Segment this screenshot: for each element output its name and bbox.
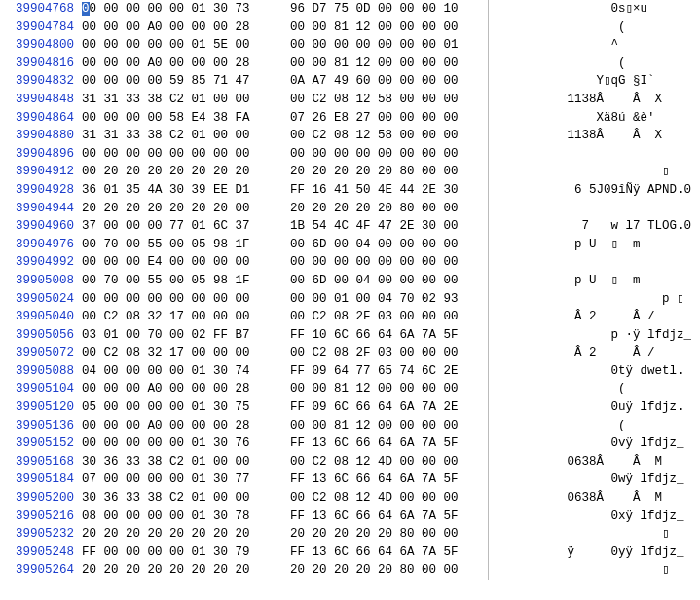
ascii-dump[interactable]: 6 5J09îÑÿ APND.0	[497, 181, 691, 200]
hex-bytes-left[interactable]: 00 00 00 00 00 01 5E 00	[80, 36, 273, 55]
hex-row[interactable]: 3990520030 36 33 38 C2 01 00 0000 C2 08 …	[0, 489, 700, 507]
ascii-dump[interactable]: (	[497, 380, 691, 398]
hex-bytes-right[interactable]: 00 00 00 00 00 00 00 00	[290, 253, 483, 272]
hex-row[interactable]: 3990488031 31 33 38 C2 01 00 0000 C2 08 …	[0, 127, 700, 145]
hex-bytes-left[interactable]: 00 00 00 00 00 01 30 73	[80, 0, 273, 19]
hex-row[interactable]: 3990497600 70 00 55 00 05 98 1F00 6D 00 …	[0, 236, 700, 254]
ascii-dump[interactable]: (	[497, 55, 691, 73]
hex-bytes-right[interactable]: FF 13 6C 66 64 6A 7A 5F	[290, 544, 483, 562]
hex-row[interactable]: 3990486400 00 00 00 58 E4 38 FA07 26 E8 …	[0, 109, 700, 128]
hex-bytes-right[interactable]: 00 00 00 00 00 00 00 01	[290, 36, 483, 55]
hex-bytes-right[interactable]: 00 00 00 00 00 00 00 00	[290, 145, 483, 164]
hex-bytes-right[interactable]: 00 C2 08 2F 03 00 00 00	[290, 344, 483, 362]
hex-bytes-left[interactable]: 00 00 00 00 59 85 71 47	[80, 72, 273, 91]
hex-row[interactable]: 3990494420 20 20 20 20 20 20 0020 20 20 …	[0, 200, 700, 218]
hex-bytes-right[interactable]: 00 00 01 00 04 70 02 93	[290, 290, 483, 309]
hex-bytes-left[interactable]: 31 31 33 38 C2 01 00 00	[80, 91, 273, 109]
hex-bytes-right[interactable]: 00 C2 08 12 58 00 00 00	[290, 127, 483, 145]
hex-bytes-left[interactable]: 00 70 00 55 00 05 98 1F	[80, 236, 273, 254]
ascii-dump[interactable]: (	[497, 19, 691, 37]
hex-bytes-left[interactable]: 00 00 00 A0 00 00 00 28	[80, 417, 273, 435]
hex-row[interactable]: 3990489600 00 00 00 00 00 00 0000 00 00 …	[0, 145, 700, 164]
ascii-dump[interactable]: 7 w l7 TLOG.0	[497, 217, 691, 236]
hex-row[interactable]: 3990483200 00 00 00 59 85 71 470A A7 49 …	[0, 72, 700, 91]
hex-row[interactable]: 3990516830 36 33 38 C2 01 00 0000 C2 08 …	[0, 453, 700, 471]
ascii-dump[interactable]	[497, 200, 691, 218]
hex-bytes-left[interactable]: 30 36 33 38 C2 01 00 00	[80, 489, 273, 507]
ascii-dump[interactable]: ▯	[497, 163, 691, 181]
hex-bytes-left[interactable]: 00 00 00 00 00 01 30 76	[80, 434, 273, 453]
hex-row[interactable]: 3990513600 00 00 A0 00 00 00 2800 00 81 …	[0, 417, 700, 435]
ascii-dump[interactable]: ÿ 0yÿ lfdjz_	[497, 544, 691, 562]
hex-bytes-right[interactable]: 00 6D 00 04 00 00 00 00	[290, 272, 483, 290]
ascii-dump[interactable]: p ·ÿ lfdjz_	[497, 326, 691, 345]
ascii-dump[interactable]: 0uÿ lfdjz.	[497, 398, 691, 417]
ascii-dump[interactable]: p ▯	[497, 290, 691, 309]
hex-bytes-left[interactable]: 03 01 00 70 00 02 FF B7	[80, 326, 273, 345]
hex-bytes-left[interactable]: FF 00 00 00 00 01 30 79	[80, 544, 273, 562]
hex-bytes-left[interactable]: 00 00 00 00 58 E4 38 FA	[80, 109, 273, 128]
hex-bytes-left[interactable]: 20 20 20 20 20 20 20 20	[80, 525, 273, 544]
ascii-dump[interactable]: 0wÿ lfdjz_	[497, 470, 691, 489]
hex-row[interactable]: 3990505603 01 00 70 00 02 FF B7FF 10 6C …	[0, 326, 700, 345]
hex-bytes-left[interactable]: 00 C2 08 32 17 00 00 00	[80, 344, 273, 362]
ascii-dump[interactable]: Y▯qG §I`	[497, 72, 691, 91]
hex-bytes-right[interactable]: FF 13 6C 66 64 6A 7A 5F	[290, 470, 483, 489]
ascii-dump[interactable]: (	[497, 417, 691, 435]
ascii-dump[interactable]: ▯	[497, 525, 691, 544]
hex-bytes-right[interactable]: 0A A7 49 60 00 00 00 00	[290, 72, 483, 91]
hex-bytes-right[interactable]: 00 00 81 12 00 00 00 00	[290, 417, 483, 435]
hex-row[interactable]: 3990526420 20 20 20 20 20 20 2020 20 20 …	[0, 561, 700, 580]
ascii-dump[interactable]: Â 2 Â /	[497, 308, 691, 326]
ascii-dump[interactable]: p U ▯ m	[497, 236, 691, 254]
hex-row[interactable]: 3990481600 00 00 A0 00 00 00 2800 00 81 …	[0, 55, 700, 73]
hex-bytes-right[interactable]: 00 00 81 12 00 00 00 00	[290, 380, 483, 398]
hex-bytes-right[interactable]: 96 D7 75 0D 00 00 00 10	[290, 0, 483, 19]
ascii-dump[interactable]	[497, 253, 691, 272]
hex-row[interactable]: 3990478400 00 00 A0 00 00 00 2800 00 81 …	[0, 19, 700, 37]
ascii-dump[interactable]: p U ▯ m	[497, 272, 691, 290]
hex-row[interactable]: 3990512005 00 00 00 00 01 30 75FF 09 6C …	[0, 398, 700, 417]
hex-bytes-right[interactable]: FF 16 41 50 4E 44 2E 30	[290, 181, 483, 200]
ascii-dump[interactable]: ▯	[497, 561, 691, 580]
ascii-dump[interactable]: 0638Â Â M	[497, 489, 691, 507]
hex-row[interactable]: 3990515200 00 00 00 00 01 30 76FF 13 6C …	[0, 434, 700, 453]
hex-bytes-left[interactable]: 00 00 00 A0 00 00 00 28	[80, 380, 273, 398]
ascii-dump[interactable]: 1138Â Â X	[497, 127, 691, 145]
hex-bytes-right[interactable]: 00 C2 08 12 4D 00 00 00	[290, 489, 483, 507]
hex-bytes-left[interactable]: 00 00 00 E4 00 00 00 00	[80, 253, 273, 272]
hex-bytes-left[interactable]: 36 01 35 4A 30 39 EE D1	[80, 181, 273, 200]
ascii-dump[interactable]: 1138Â Â X	[497, 91, 691, 109]
hex-bytes-left[interactable]: 00 00 00 00 00 00 00 00	[80, 290, 273, 309]
hex-bytes-left[interactable]: 37 00 00 00 77 01 6C 37	[80, 217, 273, 236]
hex-row[interactable]: 3990476800 00 00 00 00 01 30 7396 D7 75 …	[0, 0, 700, 19]
ascii-dump[interactable]: ^	[497, 36, 691, 55]
hex-bytes-right[interactable]: FF 13 6C 66 64 6A 7A 5F	[290, 507, 483, 526]
hex-bytes-left[interactable]: 00 00 00 A0 00 00 00 28	[80, 55, 273, 73]
hex-row[interactable]: 3990492836 01 35 4A 30 39 EE D1FF 16 41 …	[0, 181, 700, 200]
hex-viewer[interactable]: 3990476800 00 00 00 00 01 30 7396 D7 75 …	[0, 0, 700, 600]
hex-bytes-right[interactable]: 00 C2 08 12 4D 00 00 00	[290, 453, 483, 471]
hex-row[interactable]: 3990499200 00 00 E4 00 00 00 0000 00 00 …	[0, 253, 700, 272]
hex-bytes-left[interactable]: 00 70 00 55 00 05 98 1F	[80, 272, 273, 290]
hex-bytes-left[interactable]: 20 20 20 20 20 20 20 00	[80, 200, 273, 218]
hex-row[interactable]: 3990521608 00 00 00 00 01 30 78FF 13 6C …	[0, 507, 700, 526]
ascii-dump[interactable]: 0xÿ lfdjz_	[497, 507, 691, 526]
hex-row[interactable]: 3990502400 00 00 00 00 00 00 0000 00 01 …	[0, 290, 700, 309]
hex-bytes-right[interactable]: 1B 54 4C 4F 47 2E 30 00	[290, 217, 483, 236]
hex-bytes-left[interactable]: 31 31 33 38 C2 01 00 00	[80, 127, 273, 145]
hex-bytes-right[interactable]: 07 26 E8 27 00 00 00 00	[290, 109, 483, 128]
hex-bytes-right[interactable]: FF 10 6C 66 64 6A 7A 5F	[290, 326, 483, 345]
hex-bytes-right[interactable]: 00 C2 08 2F 03 00 00 00	[290, 308, 483, 326]
ascii-dump[interactable]	[497, 145, 691, 164]
ascii-dump[interactable]: Xä8ú &è'	[497, 109, 691, 128]
hex-row[interactable]: 3990491200 20 20 20 20 20 20 2020 20 20 …	[0, 163, 700, 181]
ascii-dump[interactable]: 0s▯×u	[497, 0, 691, 19]
hex-bytes-left[interactable]: 04 00 00 00 00 01 30 74	[80, 362, 273, 381]
hex-bytes-left[interactable]: 07 00 00 00 00 01 30 77	[80, 470, 273, 489]
ascii-dump[interactable]: Â 2 Â /	[497, 344, 691, 362]
hex-row[interactable]: 39905248FF 00 00 00 00 01 30 79FF 13 6C …	[0, 544, 700, 562]
hex-row[interactable]: 3990507200 C2 08 32 17 00 00 0000 C2 08 …	[0, 344, 700, 362]
hex-bytes-right[interactable]: 00 00 81 12 00 00 00 00	[290, 19, 483, 37]
hex-bytes-left[interactable]: 05 00 00 00 00 01 30 75	[80, 398, 273, 417]
